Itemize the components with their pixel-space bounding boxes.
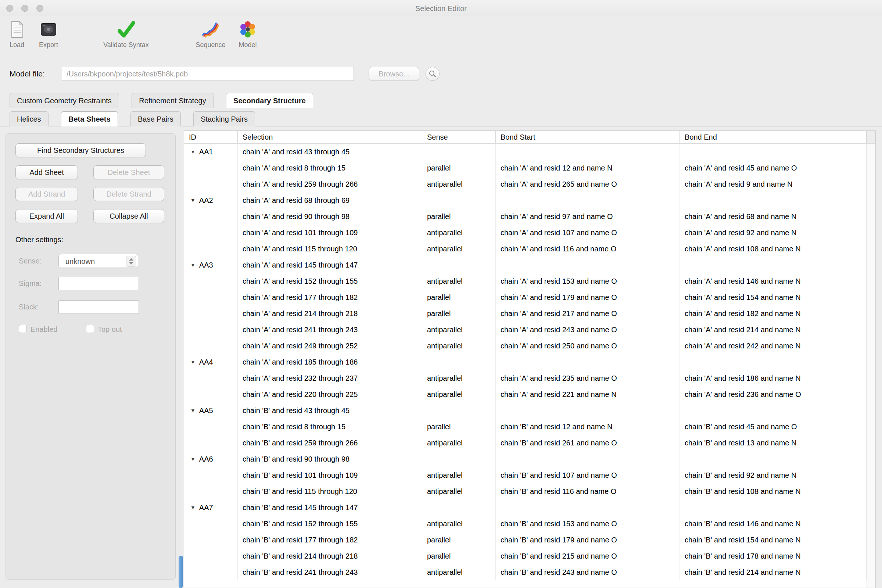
sense-cell: [422, 402, 496, 418]
disclosure-triangle-icon[interactable]: ▼: [190, 257, 195, 273]
bond-start-cell: chain 'A' and resid 235 and name O: [496, 370, 680, 386]
strand-row[interactable]: chain 'B' and resid 214 through 218paral…: [184, 548, 867, 564]
column-header-bond-start[interactable]: Bond Start: [496, 131, 680, 143]
vertical-scrollbar-thumb[interactable]: [178, 556, 183, 588]
model-file-input[interactable]: [62, 67, 354, 81]
strand-row[interactable]: chain 'A' and resid 259 through 266antip…: [184, 176, 867, 192]
tab-helices[interactable]: Helices: [9, 111, 48, 126]
strand-row[interactable]: chain 'B' and resid 241 through 243antip…: [184, 564, 867, 580]
selection-cell: chain 'B' and resid 177 through 182: [238, 532, 422, 548]
search-button[interactable]: [426, 67, 440, 81]
add-sheet-button[interactable]: Add Sheet: [15, 165, 78, 179]
expand-all-button[interactable]: Expand All: [15, 209, 78, 223]
sequence-button[interactable]: Sequence: [191, 19, 230, 49]
strand-row[interactable]: chain 'A' and resid 152 through 155antip…: [184, 273, 867, 289]
sense-cell: antiparallel: [422, 467, 496, 483]
enabled-checkbox[interactable]: [19, 325, 27, 333]
id-cell: ▼AA6: [184, 451, 238, 467]
strand-row[interactable]: chain 'A' and resid 101 through 109antip…: [184, 225, 867, 241]
validate-syntax-button[interactable]: Validate Syntax: [94, 19, 158, 49]
sheet-row[interactable]: ▼AA5chain 'B' and resid 43 through 45: [184, 402, 867, 418]
bond-end-cell: chain 'A' and resid 242 and name N: [680, 338, 867, 354]
disclosure-triangle-icon[interactable]: ▼: [190, 354, 195, 370]
sigma-input[interactable]: [58, 277, 139, 290]
window-title: Selection Editor: [0, 0, 882, 16]
disclosure-triangle-icon[interactable]: ▼: [190, 144, 195, 160]
bond-end-cell: [680, 192, 867, 208]
id-cell: [184, 532, 238, 548]
strand-row[interactable]: chain 'A' and resid 177 through 182paral…: [184, 289, 867, 305]
sense-dropdown[interactable]: unknown: [58, 254, 138, 268]
sense-label: Sense:: [19, 257, 42, 266]
load-label: Load: [4, 41, 30, 49]
disclosure-triangle-icon[interactable]: ▼: [190, 192, 195, 208]
slack-input[interactable]: [58, 300, 139, 314]
bond-start-cell: [496, 354, 680, 370]
selection-cell: chain 'B' and resid 214 through 218: [238, 548, 422, 564]
id-cell: ▼AA4: [184, 354, 238, 370]
sheet-row[interactable]: ▼AA7chain 'B' and resid 145 through 147: [184, 500, 867, 516]
sheet-row[interactable]: ▼AA1chain 'A' and resid 43 through 45: [184, 144, 867, 160]
sheet-id: AA3: [199, 261, 213, 269]
strand-row[interactable]: chain 'A' and resid 90 through 98paralle…: [184, 208, 867, 225]
selection-cell: chain 'A' and resid 90 through 98: [238, 208, 422, 225]
strand-row[interactable]: chain 'A' and resid 214 through 218paral…: [184, 305, 867, 322]
bond-start-cell: chain 'A' and resid 97 and name O: [496, 208, 680, 225]
sheet-row[interactable]: ▼AA2chain 'A' and resid 68 through 69: [184, 192, 867, 208]
model-button[interactable]: Model: [231, 19, 264, 49]
strand-row[interactable]: chain 'B' and resid 115 through 120antip…: [184, 483, 867, 500]
vertical-scrollbar-track[interactable]: [867, 131, 875, 588]
delete-sheet-button[interactable]: Delete Sheet: [93, 165, 164, 179]
add-strand-button[interactable]: Add Strand: [15, 187, 78, 201]
tab-base-pairs[interactable]: Base Pairs: [130, 111, 181, 126]
find-secondary-structures-button[interactable]: Find Secondary Structures: [15, 143, 146, 157]
sense-cell: antiparallel: [422, 516, 496, 532]
column-header-sense[interactable]: Sense: [422, 131, 496, 143]
sidebar: Find Secondary Structures Add Sheet Dele…: [6, 134, 176, 579]
sheet-row[interactable]: ▼AA6chain 'B' and resid 90 through 98: [184, 451, 867, 467]
id-cell: ▼AA5: [184, 402, 238, 418]
sheet-id: AA5: [199, 406, 213, 414]
strand-row[interactable]: chain 'B' and resid 152 through 155antip…: [184, 516, 867, 532]
tab-custom-geometry-restraints[interactable]: Custom Geometry Restraints: [9, 93, 119, 108]
disclosure-triangle-icon[interactable]: ▼: [190, 402, 195, 418]
collapse-all-button[interactable]: Collapse All: [93, 209, 164, 223]
strand-row[interactable]: chain 'B' and resid 177 through 182paral…: [184, 532, 867, 548]
column-header-bond-end[interactable]: Bond End: [680, 131, 867, 143]
strand-row[interactable]: chain 'B' and resid 259 through 266antip…: [184, 435, 867, 451]
tab-bar-main: Custom Geometry Restraints Refinement St…: [0, 93, 882, 108]
strand-row[interactable]: chain 'B' and resid 101 through 109antip…: [184, 467, 867, 483]
disclosure-triangle-icon[interactable]: ▼: [190, 451, 195, 467]
load-button[interactable]: Load: [4, 19, 30, 49]
selection-cell: chain 'A' and resid 232 through 237: [238, 370, 422, 386]
selection-cell: chain 'A' and resid 8 through 15: [238, 160, 422, 176]
delete-strand-button[interactable]: Delete Strand: [93, 187, 164, 201]
tab-refinement-strategy[interactable]: Refinement Strategy: [132, 93, 213, 108]
sheet-row[interactable]: ▼AA4chain 'A' and resid 185 through 186: [184, 354, 867, 370]
tab-secondary-structure[interactable]: Secondary Structure: [226, 93, 313, 108]
top-out-checkbox[interactable]: [86, 325, 94, 333]
strand-row[interactable]: chain 'A' and resid 220 through 225antip…: [184, 386, 867, 402]
column-header-selection[interactable]: Selection: [238, 131, 422, 143]
disclosure-triangle-icon[interactable]: ▼: [190, 500, 195, 516]
strand-row[interactable]: chain 'A' and resid 232 through 237antip…: [184, 370, 867, 386]
column-header-id[interactable]: ID: [184, 131, 238, 143]
strand-row[interactable]: chain 'A' and resid 249 through 252antip…: [184, 338, 867, 354]
browse-button[interactable]: Browse...: [369, 67, 419, 81]
bond-start-cell: chain 'B' and resid 153 and name O: [496, 516, 680, 532]
strand-row[interactable]: chain 'A' and resid 241 through 243antip…: [184, 322, 867, 338]
bond-end-cell: chain 'B' and resid 45 and name O: [680, 418, 867, 435]
strand-row[interactable]: chain 'A' and resid 8 through 15parallel…: [184, 160, 867, 176]
sense-cell: [422, 257, 496, 273]
bond-end-cell: [680, 451, 867, 467]
bond-end-cell: chain 'A' and resid 9 and name N: [680, 176, 867, 192]
strand-row[interactable]: chain 'A' and resid 115 through 120antip…: [184, 241, 867, 257]
strand-row[interactable]: chain 'B' and resid 8 through 15parallel…: [184, 418, 867, 435]
export-button[interactable]: Export: [35, 19, 62, 49]
bond-end-cell: [680, 257, 867, 273]
tab-stacking-pairs[interactable]: Stacking Pairs: [193, 111, 255, 126]
tab-bar-sub: Helices Beta Sheets Base Pairs Stacking …: [0, 111, 882, 126]
sheet-row[interactable]: ▼AA3chain 'A' and resid 145 through 147: [184, 257, 867, 273]
id-cell: [184, 386, 238, 402]
tab-beta-sheets[interactable]: Beta Sheets: [61, 111, 118, 126]
